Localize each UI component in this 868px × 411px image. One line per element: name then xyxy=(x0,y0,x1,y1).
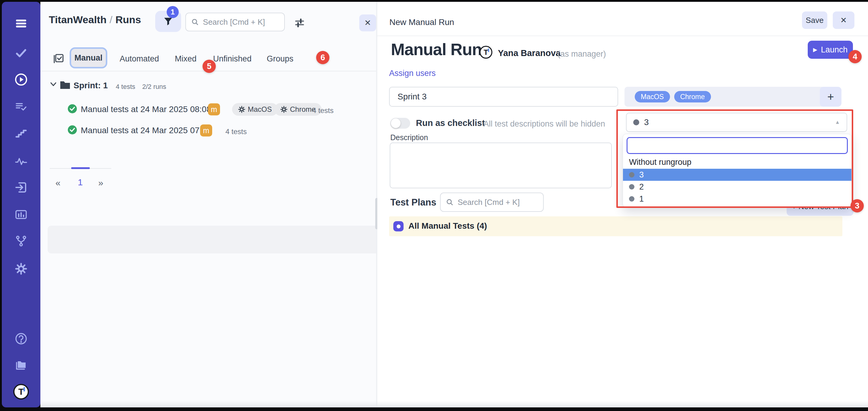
test-plans-search[interactable] xyxy=(440,193,544,212)
description-label: Description xyxy=(390,133,428,142)
save-button[interactable]: Save xyxy=(802,11,827,29)
header-divider xyxy=(377,36,868,36)
test-plans-title: Test Plans xyxy=(390,197,436,208)
run-title-heading: Manual Run xyxy=(391,40,482,59)
settings-gear-icon[interactable] xyxy=(13,260,30,277)
launch-label: Launch xyxy=(821,45,848,55)
option-dot-icon xyxy=(629,184,634,190)
close-icon[interactable]: ✕ xyxy=(833,11,855,29)
pagination-next-button[interactable]: » xyxy=(98,178,103,188)
run-type-badge: m xyxy=(208,103,220,116)
new-run-panel: New Manual Run Save ✕ Manual Run T Yana … xyxy=(377,2,868,407)
chevron-down-icon[interactable] xyxy=(50,82,57,88)
avatar: T xyxy=(479,46,493,59)
option-dot-icon xyxy=(629,196,634,201)
annotation-badge-3: 3 xyxy=(850,199,864,213)
rungroup-option-1[interactable]: 1 xyxy=(623,193,851,205)
description-textarea[interactable] xyxy=(390,143,612,188)
activity-icon[interactable] xyxy=(13,153,30,169)
search-icon xyxy=(191,18,198,26)
env-pill-macos[interactable]: MacOS xyxy=(635,91,670,102)
menu-icon[interactable] xyxy=(13,15,30,32)
rungroup-selected-value: 3 xyxy=(644,118,835,127)
folder-tests-count: 4 tests xyxy=(116,83,135,91)
rungroup-option-3[interactable]: 3 xyxy=(623,169,851,181)
search-input[interactable] xyxy=(203,18,279,27)
panel-title: New Manual Run xyxy=(390,18,454,27)
projects-folders-icon[interactable] xyxy=(13,357,30,374)
checklist-hint: All test descriptions will be hidden xyxy=(484,119,605,129)
reports-icon[interactable] xyxy=(13,206,30,223)
clipboard-check-icon[interactable] xyxy=(53,53,64,66)
checklist-icon[interactable] xyxy=(13,98,30,115)
tab-unfinished[interactable]: Unfinished xyxy=(213,54,252,64)
check-circle-icon xyxy=(67,104,77,115)
breadcrumb-project[interactable]: TitanWealth xyxy=(49,14,106,25)
steps-icon[interactable] xyxy=(13,125,30,142)
runs-archive-row[interactable]: Runs Archive 0 runs xyxy=(48,226,376,253)
add-environment-button[interactable]: + xyxy=(820,87,841,107)
run-as-checklist-toggle[interactable] xyxy=(390,118,410,129)
sliders-icon[interactable] xyxy=(294,18,305,30)
tab-mixed[interactable]: Mixed xyxy=(175,54,196,64)
all-manual-tests-label: All Manual Tests (4) xyxy=(408,221,487,231)
env-badge-macos: MacOS xyxy=(232,103,278,116)
search-icon xyxy=(446,198,453,207)
option-dot-icon xyxy=(629,172,634,178)
rungroup-search-input[interactable] xyxy=(627,137,848,154)
run-row-title[interactable]: Manual tests at 24 Mar 2025 07:57 xyxy=(81,126,211,135)
rungroup-dot-icon xyxy=(633,119,639,125)
runs-panel: TitanWealth/Runs 1 ✕ Manual Automated Mi… xyxy=(40,2,376,407)
owner-name: Yana Baranova xyxy=(498,48,561,58)
rungroup-group-header: Without rungroup xyxy=(623,157,851,169)
tab-automated[interactable]: Automated xyxy=(120,54,159,64)
filter-count-badge: 1 xyxy=(167,6,179,18)
all-manual-tests-row[interactable]: All Manual Tests (4) xyxy=(389,216,842,236)
gear-icon xyxy=(238,106,245,113)
caret-up-icon: ▲ xyxy=(835,119,840,125)
pagination-active-indicator xyxy=(71,167,90,169)
gear-icon xyxy=(280,106,287,113)
runs-play-icon[interactable] xyxy=(13,71,30,88)
breadcrumb: TitanWealth/Runs xyxy=(49,14,141,26)
sign-in-icon[interactable] xyxy=(13,179,30,196)
rungroup-select[interactable]: 3 ▲ xyxy=(626,113,847,132)
folder-name[interactable]: Sprint: 1 xyxy=(73,81,108,90)
folder-runs-count: 2/2 runs xyxy=(142,83,166,91)
launch-button[interactable]: ▶ Launch xyxy=(808,41,853,59)
run-tests-count: 4 tests xyxy=(225,127,247,136)
collapse-panel-button[interactable]: ✕ xyxy=(359,14,376,31)
checklist-label: Run as checklist xyxy=(416,118,485,128)
help-icon[interactable] xyxy=(13,330,30,347)
run-type-badge: m xyxy=(200,124,212,136)
branch-icon[interactable] xyxy=(13,232,30,250)
app-window: T TitanWealth/Runs 1 ✕ Manual Automated … xyxy=(0,0,868,411)
env-pill-chrome[interactable]: Chrome xyxy=(674,91,711,102)
avatar-letter: T xyxy=(479,46,493,59)
tab-manual[interactable]: Manual xyxy=(70,47,107,68)
test-plans-search-input[interactable] xyxy=(458,198,538,207)
toggle-knob xyxy=(391,119,401,128)
rungroup-dropdown: Without rungroup 3 2 1 xyxy=(623,134,852,208)
environments-box[interactable]: MacOS Chrome xyxy=(624,87,825,107)
annotation-badge-4: 4 xyxy=(848,50,862,63)
assign-users-link[interactable]: Assign users xyxy=(389,69,436,78)
env-badge-label: MacOS xyxy=(248,105,272,114)
check-circle-icon xyxy=(67,125,77,136)
logo-letter: T xyxy=(13,384,29,400)
breadcrumb-separator: / xyxy=(106,14,115,25)
run-row-title[interactable]: Manual tests at 24 Mar 2025 08:08 xyxy=(81,104,211,114)
pagination-prev-button[interactable]: « xyxy=(56,178,61,188)
run-name-input[interactable] xyxy=(389,87,618,107)
annotation-badge-5: 5 xyxy=(203,60,216,73)
run-tests-count: 4 tests xyxy=(312,106,334,115)
pagination-page-1[interactable]: 1 xyxy=(78,177,83,187)
runs-search[interactable] xyxy=(185,13,285,31)
profile-logo[interactable]: T xyxy=(13,383,30,400)
radio-selected-icon[interactable] xyxy=(393,221,404,231)
owner-role: (as manager) xyxy=(558,50,606,59)
bottom-scroll-fade xyxy=(40,401,868,407)
rungroup-option-2[interactable]: 2 xyxy=(623,181,851,193)
tab-groups[interactable]: Groups xyxy=(267,54,293,64)
tasks-check-icon[interactable] xyxy=(13,44,30,61)
